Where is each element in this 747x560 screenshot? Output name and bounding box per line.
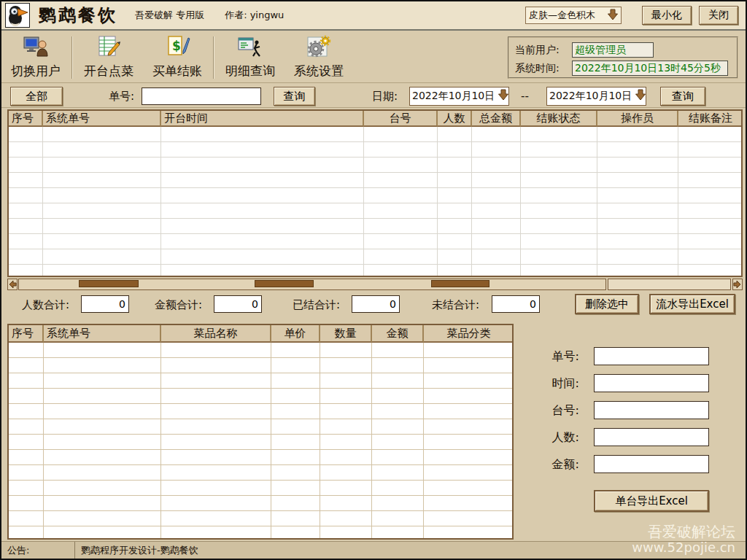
table-row[interactable] bbox=[9, 188, 741, 203]
table-cell bbox=[364, 188, 438, 203]
detail-table-no-input[interactable] bbox=[594, 401, 709, 419]
date-to-picker[interactable]: 2022年10月10日 bbox=[546, 87, 646, 106]
table-cell bbox=[44, 373, 161, 389]
checkout-button[interactable]: $ 买单结账 bbox=[143, 34, 212, 81]
scrollbar-thumb[interactable] bbox=[431, 280, 489, 287]
detail-table-no-label: 台号: bbox=[521, 403, 579, 419]
table-cell bbox=[44, 435, 161, 450]
table-cell bbox=[9, 343, 44, 358]
table-cell bbox=[438, 265, 472, 277]
table-cell bbox=[44, 404, 161, 419]
open-table-order-button[interactable]: 开台点菜 bbox=[74, 34, 143, 81]
table-cell bbox=[364, 219, 438, 234]
export-flow-excel-button[interactable]: 流水导出Excel bbox=[649, 294, 735, 314]
table-cell bbox=[597, 265, 678, 277]
table-row[interactable] bbox=[9, 450, 512, 465]
table-cell bbox=[9, 465, 44, 481]
toolbar-separator bbox=[71, 36, 73, 79]
table-row[interactable] bbox=[9, 419, 512, 435]
scroll-left-arrow-icon[interactable] bbox=[7, 279, 18, 290]
table-row[interactable] bbox=[9, 173, 741, 188]
table-cell bbox=[521, 127, 597, 142]
minimize-button[interactable]: 最小化 bbox=[642, 6, 692, 25]
people-total-label: 人数合计: bbox=[22, 298, 69, 312]
skin-selector[interactable]: 皮肤—金色积木 bbox=[525, 7, 622, 24]
delete-selected-button[interactable]: 删除选中 bbox=[575, 294, 639, 314]
table-cell bbox=[9, 450, 44, 465]
close-button[interactable]: 关闭 bbox=[699, 6, 738, 25]
table-row[interactable] bbox=[9, 511, 512, 526]
table-row[interactable] bbox=[9, 203, 741, 219]
table-cell bbox=[678, 265, 743, 277]
table-row[interactable] bbox=[9, 158, 741, 173]
table-cell bbox=[44, 358, 161, 373]
table-cell bbox=[271, 373, 320, 389]
detail-query-button[interactable]: 明细查询 bbox=[216, 34, 285, 81]
detail-time-input[interactable] bbox=[594, 374, 709, 392]
table-row[interactable] bbox=[9, 249, 741, 265]
scroll-right-arrow-icon[interactable] bbox=[732, 279, 743, 290]
table-row[interactable] bbox=[9, 373, 512, 389]
table-cell bbox=[320, 419, 372, 435]
scrollbar-thumb[interactable] bbox=[255, 280, 314, 287]
orders-hscrollbar[interactable] bbox=[7, 279, 743, 290]
table-cell bbox=[438, 127, 472, 142]
table-cell bbox=[372, 496, 424, 511]
export-single-table-excel-button[interactable]: 单台导出Excel bbox=[594, 490, 709, 512]
detail-people-input[interactable] bbox=[594, 428, 709, 446]
table-row[interactable] bbox=[9, 234, 741, 249]
table-cell bbox=[44, 450, 161, 465]
table-row[interactable] bbox=[9, 389, 512, 404]
table-row[interactable] bbox=[9, 526, 512, 540]
table-cell bbox=[161, 219, 364, 234]
column-header: 开台时间 bbox=[161, 111, 364, 127]
date-search-button[interactable]: 查询 bbox=[660, 87, 705, 106]
table-cell bbox=[521, 219, 597, 234]
detail-people-label: 人数: bbox=[521, 430, 579, 446]
table-cell bbox=[320, 496, 372, 511]
table-cell bbox=[678, 234, 743, 249]
dishes-table[interactable]: 序号系统单号菜品名称单价数量金额菜品分类 bbox=[7, 324, 514, 540]
orders-table[interactable]: 序号系统单号开台时间台号人数总金额结账状态操作员结账备注 bbox=[7, 109, 743, 277]
table-cell bbox=[44, 481, 161, 496]
table-cell bbox=[372, 343, 424, 358]
system-time-label: 系统时间: bbox=[515, 62, 572, 75]
table-cell bbox=[597, 219, 678, 234]
table-cell bbox=[472, 265, 521, 277]
table-cell bbox=[424, 450, 514, 465]
table-cell bbox=[9, 526, 44, 540]
table-row[interactable] bbox=[9, 481, 512, 496]
table-row[interactable] bbox=[9, 404, 512, 419]
table-cell bbox=[438, 249, 472, 265]
scrollbar-thumb[interactable] bbox=[79, 280, 139, 287]
table-cell bbox=[424, 389, 514, 404]
toolbar-button-label: 买单结账 bbox=[152, 63, 202, 79]
table-cell bbox=[472, 234, 521, 249]
table-row[interactable] bbox=[9, 265, 741, 277]
table-cell bbox=[9, 142, 43, 158]
table-row[interactable] bbox=[9, 496, 512, 511]
table-cell bbox=[597, 173, 678, 188]
detail-order-no-input[interactable] bbox=[594, 347, 709, 365]
table-cell bbox=[161, 450, 271, 465]
detail-amount-label: 金额: bbox=[521, 457, 579, 472]
table-cell bbox=[678, 249, 743, 265]
switch-user-button[interactable]: 切换用户 bbox=[1, 34, 70, 81]
table-row[interactable] bbox=[9, 127, 741, 142]
system-settings-button[interactable]: 系统设置 bbox=[285, 34, 353, 81]
order-no-input[interactable] bbox=[142, 88, 261, 105]
table-row[interactable] bbox=[9, 142, 741, 158]
order-search-button[interactable]: 查询 bbox=[274, 87, 315, 106]
table-cell bbox=[372, 435, 424, 450]
detail-amount-input[interactable] bbox=[594, 455, 709, 473]
table-row[interactable] bbox=[9, 435, 512, 450]
table-row[interactable] bbox=[9, 358, 512, 373]
scrollbar-track[interactable] bbox=[608, 279, 731, 290]
table-row[interactable] bbox=[9, 343, 512, 358]
all-button[interactable]: 全部 bbox=[10, 87, 63, 106]
table-cell bbox=[372, 373, 424, 389]
date-from-picker[interactable]: 2022年10月10日 bbox=[409, 87, 509, 106]
order-no-label: 单号: bbox=[109, 90, 134, 104]
table-row[interactable] bbox=[9, 465, 512, 481]
table-row[interactable] bbox=[9, 219, 741, 234]
